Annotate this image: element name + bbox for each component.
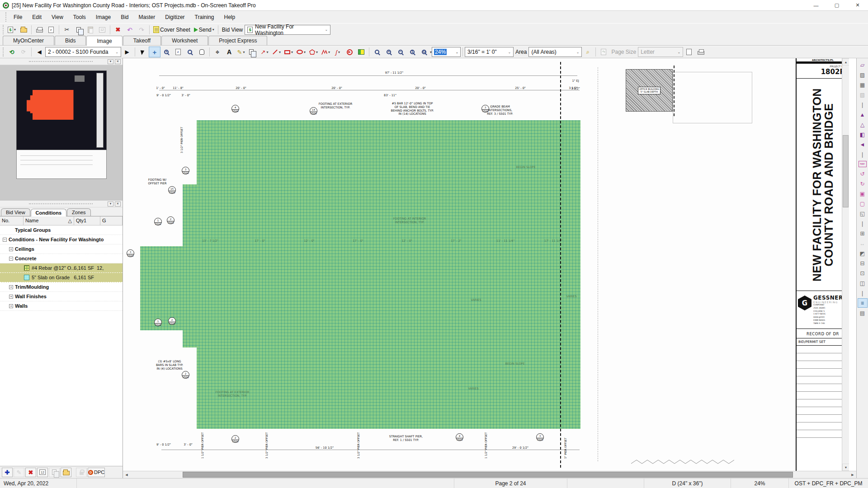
vertical-scroll-thumb[interactable] [843, 135, 849, 207]
zoom-100-button[interactable]: 1 [406, 47, 418, 57]
open-project-button[interactable] [18, 24, 29, 35]
rotate-page-ccw-icon[interactable]: ↺ [858, 169, 868, 178]
delete-condition-button[interactable]: ✖ [25, 468, 36, 477]
horizontal-scroll-thumb[interactable] [183, 472, 793, 478]
chevron-down-icon[interactable]: ▾ [14, 28, 16, 32]
tree-expander[interactable]: + [9, 304, 13, 308]
column-name[interactable]: Name△ [24, 216, 74, 225]
offset-page-icon[interactable]: ⊡ [858, 268, 868, 278]
slab-takeoff-region[interactable] [123, 58, 584, 431]
menu-item[interactable]: Image [91, 12, 116, 22]
menu-item[interactable]: Training [190, 12, 219, 22]
edit-condition-button[interactable]: ✎ [14, 468, 24, 477]
panel-tab-zones[interactable]: Zones [67, 208, 91, 216]
pan-tool[interactable] [196, 47, 208, 57]
menu-item[interactable]: Edit [27, 12, 47, 22]
zoom-area-tool[interactable] [184, 47, 196, 57]
text-tool[interactable]: A [223, 47, 235, 57]
crosshair-snap-tool[interactable]: + [149, 47, 160, 57]
page-thumbnail-lower[interactable] [16, 150, 107, 179]
bid-selector-combo[interactable]: $ New Facility For Washington ⌄ [245, 25, 330, 35]
polygon-tool[interactable]: ▾ [307, 47, 320, 57]
tree-row-conditions-root[interactable]: − Conditions - New Facility For Washingt… [0, 235, 123, 244]
typical-count-button[interactable]: 12 [96, 24, 108, 35]
separator[interactable]: | [858, 288, 868, 298]
line-tool[interactable]: ▾ [270, 47, 283, 57]
zoom-out-button[interactable]: − [395, 47, 406, 57]
tree-row-concrete[interactable]: − Concrete [0, 254, 123, 263]
chevron-down-icon[interactable]: ▾ [212, 28, 214, 32]
duplicate-page-icon[interactable]: ▢ [858, 199, 868, 208]
column-qty2[interactable]: G [100, 216, 123, 225]
panel-tab-conditions[interactable]: Conditions [31, 209, 66, 216]
arrow-tool[interactable]: ↗▾ [259, 47, 270, 57]
insert-page-icon[interactable]: ⊞ [858, 229, 868, 238]
overlay-details-icon[interactable]: ▤ [858, 308, 868, 318]
separator[interactable]: | [858, 150, 868, 159]
tree-row-slab[interactable]: 5" Slab on Grade 6,161 SF [0, 273, 123, 282]
tree-row-rebar[interactable]: #4 Rebar @12" O... 6,161 SF 12, [0, 263, 123, 273]
hatch-region-icon[interactable]: ▨ [858, 70, 868, 80]
tree-row-walls[interactable]: + Walls [0, 301, 123, 311]
overlay-list-icon[interactable]: ≡ [858, 298, 868, 308]
menu-item[interactable]: Digitizer [160, 12, 189, 22]
back-button[interactable]: ⟲ [6, 47, 18, 57]
cover-sheet-button[interactable]: Cover Sheet [151, 24, 192, 35]
region-select-icon[interactable]: ▱ [858, 60, 868, 70]
previous-page-button[interactable]: ◀ [33, 47, 45, 57]
print-button[interactable] [33, 24, 45, 35]
zoom-in-button[interactable]: + [383, 47, 395, 57]
zoom-in-tool[interactable]: + [160, 47, 172, 57]
combine-pages-icon[interactable]: ◫ [858, 278, 868, 288]
scroll-up-button[interactable]: ▲ [842, 58, 849, 66]
scroll-left-button[interactable]: ◀ [123, 471, 130, 479]
select-tool[interactable] [137, 47, 149, 57]
menu-item[interactable]: File [9, 12, 27, 22]
maximize-button[interactable]: ▢ [826, 0, 847, 10]
grid-table-icon[interactable]: ▦ [858, 80, 868, 89]
new-group-button[interactable] [61, 468, 71, 477]
delete-button[interactable]: ✖ [112, 24, 124, 35]
scroll-right-button[interactable]: ▶ [849, 471, 856, 479]
zoom-sheet-tool[interactable]: ⌕ [172, 47, 184, 57]
add-condition-button[interactable]: ✚ [2, 468, 13, 477]
tab-takeoff[interactable]: Takeoff [123, 36, 161, 45]
close-button[interactable]: ✕ [847, 0, 868, 10]
tree-row-wall-finishes[interactable]: + Wall Finishes [0, 292, 123, 301]
rotate-page-cw-icon[interactable]: ↻ [858, 179, 868, 188]
lock-button[interactable] [76, 468, 87, 477]
region-disabled-icon[interactable]: ▧ [858, 90, 868, 99]
send-button[interactable]: Send▾ [192, 24, 216, 35]
tree-expander[interactable]: + [9, 285, 13, 289]
area-combo[interactable]: (All Areas)⌄ [528, 47, 582, 57]
new-page-button[interactable] [683, 47, 695, 57]
tab-project-express[interactable]: Project Express [208, 36, 267, 45]
next-page-button[interactable]: ▶ [121, 47, 133, 57]
rotate-right-icon[interactable]: △ [858, 120, 868, 129]
fit-extents-icon[interactable]: ↔ [858, 239, 868, 248]
resize-width-icon[interactable]: ⊟ [858, 258, 868, 268]
tree-expander[interactable]: − [3, 238, 7, 242]
menu-item[interactable]: View [47, 12, 68, 22]
flip-vertical-icon[interactable]: ◄ [858, 140, 868, 149]
forward-button[interactable]: ⟳ [18, 47, 29, 57]
tiff-export-icon[interactable]: TIFF [859, 161, 867, 167]
menu-item[interactable]: Help [219, 12, 241, 22]
zoom-level-combo[interactable]: 24%⌄ [432, 47, 461, 57]
merge-button[interactable] [49, 468, 60, 477]
horizontal-scrollbar[interactable]: ◀ ▶ [123, 471, 856, 478]
print-page-button[interactable] [695, 47, 707, 57]
panel-close-button[interactable]: ✕ [115, 202, 121, 206]
scroll-down-button[interactable]: ▼ [842, 464, 849, 471]
page-thumbnail[interactable] [16, 70, 107, 150]
panel-collapse-button[interactable]: ▾ [108, 202, 113, 206]
flip-horizontal-icon[interactable]: ◧ [858, 130, 868, 139]
drawing-canvas[interactable]: 97' - 11 1/2"1' - 0"11' - 8"20' - 0"20' … [123, 58, 849, 471]
scale-combo[interactable]: 3/16" = 1' 0"⌄ [465, 47, 514, 57]
crop-page-icon[interactable]: ◱ [858, 209, 868, 218]
new-bid-button[interactable]: $▾ [6, 24, 18, 35]
zoom-window-button[interactable] [371, 47, 383, 57]
area-search-button[interactable]: ⌕ [582, 47, 594, 57]
page-selector-combo[interactable]: 2 - 00002 - S100 Founda⌄ [45, 47, 121, 57]
copy-page-icon[interactable]: ▣ [858, 189, 868, 198]
